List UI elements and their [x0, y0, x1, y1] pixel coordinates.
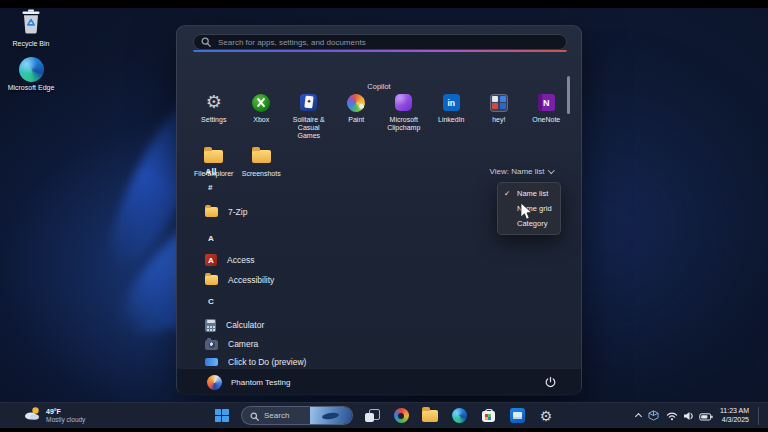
- microsoft-store-icon: [482, 411, 495, 422]
- section-letter[interactable]: #: [208, 183, 212, 192]
- mouse-cursor: [520, 202, 533, 225]
- taskbar-store-button[interactable]: [478, 406, 498, 426]
- desktop-icon-recycle-bin[interactable]: Recycle Bin: [2, 9, 60, 48]
- access-icon: A: [205, 254, 217, 266]
- user-name[interactable]: Phantom Testing: [231, 378, 290, 387]
- task-view-button[interactable]: [362, 406, 382, 426]
- system-tray: 11:23 AM 4/3/2025: [636, 403, 761, 428]
- click-to-do-icon: [205, 358, 218, 366]
- taskbar-edge-button[interactable]: [449, 406, 469, 426]
- edge-icon: [19, 57, 44, 82]
- weather-temp: 49°F: [46, 407, 85, 416]
- start-button[interactable]: [212, 406, 232, 426]
- desktop-icon-label: Microsoft Edge: [8, 84, 55, 92]
- taskbar-search-label: Search: [264, 411, 289, 420]
- check-icon: ✓: [504, 186, 510, 201]
- weather-condition: Mostly cloudy: [46, 416, 85, 424]
- camera-icon: [205, 340, 218, 350]
- start-menu-scrollbar[interactable]: [567, 76, 570, 114]
- menu-item-name-list[interactable]: ✓ Name list: [498, 186, 560, 201]
- section-letter[interactable]: C: [208, 297, 214, 306]
- tray-time: 11:23 AM: [720, 407, 749, 416]
- weather-icon: [24, 406, 41, 425]
- app-row-accessibility[interactable]: Accessibility: [205, 272, 274, 288]
- app-row-7zip[interactable]: 7-Zip: [205, 204, 247, 220]
- tray-3d-box-icon[interactable]: [648, 407, 659, 425]
- calculator-icon: [205, 319, 216, 332]
- wifi-icon: [666, 407, 678, 425]
- copilot-icon: [394, 408, 409, 423]
- outlook-icon: [510, 408, 525, 423]
- taskbar-file-explorer-button[interactable]: [420, 406, 440, 426]
- edge-icon: [452, 408, 467, 423]
- desktop-icon-label: Recycle Bin: [13, 40, 50, 48]
- folder-icon: [205, 207, 218, 217]
- taskbar-settings-button[interactable]: [536, 406, 556, 426]
- tray-clock[interactable]: 11:23 AM 4/3/2025: [720, 407, 749, 424]
- show-desktop-button[interactable]: [758, 407, 761, 425]
- power-button[interactable]: [541, 374, 559, 392]
- search-icon: [250, 407, 259, 425]
- app-row-access[interactable]: A Access: [205, 252, 254, 268]
- app-row-camera[interactable]: Camera: [205, 336, 258, 352]
- taskbar-search-box[interactable]: Search: [241, 406, 353, 425]
- desktop-icon-microsoft-edge[interactable]: Microsoft Edge: [2, 57, 60, 92]
- taskbar-center: Search: [212, 403, 556, 428]
- settings-gear-icon: [540, 407, 553, 425]
- task-view-icon: [365, 409, 380, 422]
- start-menu-footer: Phantom Testing: [177, 368, 581, 396]
- tray-network-volume-battery[interactable]: [666, 407, 713, 425]
- power-icon: [544, 376, 557, 389]
- folder-icon: [205, 275, 218, 285]
- tray-date: 4/3/2025: [720, 416, 749, 425]
- volume-icon: [683, 407, 694, 425]
- taskbar: 49°F Mostly cloudy Search: [0, 402, 768, 428]
- taskbar-copilot-button[interactable]: [391, 406, 411, 426]
- folder-icon: [422, 410, 438, 422]
- weather-widget-button[interactable]: 49°F Mostly cloudy: [24, 406, 85, 425]
- app-row-calculator[interactable]: Calculator: [205, 317, 264, 333]
- windows-logo-icon: [215, 409, 229, 423]
- search-highlight-image: [310, 407, 352, 424]
- battery-icon: [699, 407, 713, 425]
- tray-chevron-up-icon[interactable]: [635, 413, 642, 420]
- recycle-bin-icon: [20, 9, 42, 38]
- user-avatar[interactable]: [207, 375, 222, 390]
- taskbar-outlook-button[interactable]: [507, 406, 527, 426]
- section-letter[interactable]: A: [208, 234, 214, 243]
- screen: Recycle Bin Microsoft Edge Copilot Setti…: [0, 0, 768, 432]
